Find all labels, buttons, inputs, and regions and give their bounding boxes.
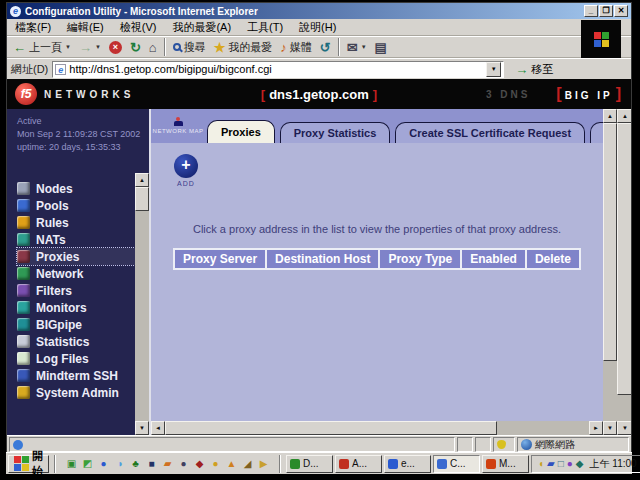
sidebar-item[interactable]: Log Files bbox=[17, 350, 135, 367]
sidebar-scrollbar[interactable]: ▲ ▼ bbox=[135, 173, 149, 435]
start-button[interactable]: 開始 bbox=[8, 455, 49, 473]
ie-icon: e bbox=[10, 6, 21, 17]
scroll-up-icon[interactable]: ▲ bbox=[603, 109, 617, 123]
tray-icon[interactable]: ◖ bbox=[538, 458, 544, 469]
quick-launch-icon[interactable]: ▣ bbox=[64, 456, 79, 471]
sidebar-item[interactable]: Mindterm SSH bbox=[17, 367, 135, 384]
sidebar-item[interactable]: Rules bbox=[17, 214, 135, 231]
quick-launch-icon[interactable]: ▲ bbox=[224, 456, 239, 471]
frame-vertical-scrollbar[interactable]: ▲ ▼ bbox=[603, 109, 617, 435]
scroll-left-icon[interactable]: ◄ bbox=[151, 421, 165, 435]
windows-logo-throbber bbox=[581, 20, 621, 58]
horizontal-scrollbar[interactable]: ◄ ► bbox=[151, 421, 603, 435]
status-message-pane bbox=[9, 437, 455, 452]
tray-icon[interactable]: ▰ bbox=[547, 458, 555, 469]
sidebar-item[interactable]: Nodes bbox=[17, 180, 135, 197]
sidebar-item[interactable]: Network bbox=[17, 265, 135, 282]
address-label: 網址(D) bbox=[11, 62, 48, 77]
task-button[interactable]: C... bbox=[433, 455, 480, 473]
forward-button[interactable]: →▼ bbox=[75, 37, 105, 57]
back-button[interactable]: ← 上一頁▼ bbox=[9, 37, 75, 57]
product-bigip-label[interactable]: [BIG IP] bbox=[556, 85, 621, 103]
product-3dns-label[interactable]: 3 DNS bbox=[486, 89, 530, 100]
tray-icon[interactable]: ◆ bbox=[576, 458, 584, 469]
task-button[interactable]: e... bbox=[384, 455, 431, 473]
sidebar-item-icon bbox=[17, 250, 30, 263]
menu-item[interactable]: 編輯(E) bbox=[59, 20, 112, 35]
page-icon: e bbox=[55, 64, 66, 75]
stop-button[interactable]: × bbox=[105, 37, 126, 57]
scroll-thumb[interactable] bbox=[165, 421, 497, 435]
menu-item[interactable]: 工具(T) bbox=[239, 20, 291, 35]
address-input[interactable] bbox=[69, 63, 483, 75]
quick-launch-icon[interactable]: ◆ bbox=[192, 456, 207, 471]
sidebar-item[interactable]: BIGpipe bbox=[17, 316, 135, 333]
history-button[interactable]: ↺ bbox=[316, 37, 335, 57]
network-map-button[interactable]: NETWORK MAP bbox=[155, 111, 201, 140]
system-uptime: uptime: 20 days, 15:35:33 bbox=[17, 141, 149, 154]
mail-button[interactable]: ✉▼ bbox=[343, 37, 371, 57]
scroll-down-icon[interactable]: ▼ bbox=[135, 421, 149, 435]
sidebar-item[interactable]: NATs bbox=[17, 231, 135, 248]
tray-icon[interactable]: ● bbox=[567, 458, 573, 469]
task-button[interactable]: A... bbox=[335, 455, 382, 473]
print-button[interactable]: ▤ bbox=[371, 37, 391, 57]
add-proxy-button[interactable]: + ADD bbox=[171, 154, 201, 187]
sidebar-item[interactable]: Pools bbox=[17, 197, 135, 214]
minimize-button[interactable]: _ bbox=[584, 5, 598, 17]
quick-launch-icon[interactable]: ▶ bbox=[256, 456, 271, 471]
menu-item[interactable]: 檔案(F) bbox=[7, 20, 59, 35]
tab[interactable]: Proxies bbox=[207, 120, 275, 143]
scroll-down-icon[interactable]: ▼ bbox=[617, 421, 631, 435]
task-button[interactable]: M... bbox=[482, 455, 529, 473]
task-icon bbox=[388, 459, 398, 469]
quick-launch-icon[interactable]: ◢ bbox=[240, 456, 255, 471]
tray-icon[interactable]: □ bbox=[558, 458, 564, 469]
titlebar: e Configuration Utility - Microsoft Inte… bbox=[7, 3, 631, 19]
tab[interactable]: Create SSL Certificate Request bbox=[395, 122, 585, 143]
windows-flag-icon bbox=[594, 32, 609, 47]
menu-item[interactable]: 說明(H) bbox=[291, 20, 344, 35]
sidebar-item-icon bbox=[17, 318, 30, 331]
quick-launch-icon[interactable]: ● bbox=[176, 456, 191, 471]
network-map-icon bbox=[174, 117, 183, 126]
tab[interactable]: Proxy Statistics bbox=[280, 122, 391, 143]
scroll-thumb[interactable] bbox=[135, 187, 149, 211]
maximize-button[interactable]: ❐ bbox=[599, 5, 613, 17]
menu-item[interactable]: 檢視(V) bbox=[112, 20, 165, 35]
scroll-up-icon[interactable]: ▲ bbox=[135, 173, 149, 187]
scroll-thumb[interactable] bbox=[617, 123, 631, 395]
tabstrip: NETWORK MAP ProxiesProxy StatisticsCreat… bbox=[151, 109, 603, 143]
scroll-down-icon[interactable]: ▼ bbox=[603, 421, 617, 435]
favorites-button[interactable]: ★ 我的最愛 bbox=[210, 37, 277, 57]
sidebar-item[interactable]: Filters bbox=[17, 282, 135, 299]
quick-launch-icon[interactable]: ● bbox=[96, 456, 111, 471]
start-windows-flag-icon bbox=[14, 456, 29, 471]
quick-launch-icon[interactable]: ◩ bbox=[80, 456, 95, 471]
quick-launch-icon[interactable]: ▰ bbox=[160, 456, 175, 471]
sidebar-item[interactable]: System Admin bbox=[17, 384, 135, 401]
search-button[interactable]: 搜尋 bbox=[169, 37, 210, 57]
internet-globe-icon bbox=[521, 439, 532, 450]
refresh-button[interactable]: ↻ bbox=[126, 37, 145, 57]
task-button[interactable]: D... bbox=[286, 455, 333, 473]
window-vertical-scrollbar[interactable]: ▲ ▼ bbox=[617, 109, 631, 435]
scroll-thumb[interactable] bbox=[603, 123, 617, 361]
sidebar-item[interactable]: Statistics bbox=[17, 333, 135, 350]
quick-launch-icon[interactable]: ● bbox=[208, 456, 223, 471]
sidebar-item-label: Proxies bbox=[36, 250, 79, 264]
quick-launch-icon[interactable]: ◑ bbox=[112, 456, 127, 471]
media-button[interactable]: ♪ 媒體 bbox=[276, 37, 316, 57]
menu-item[interactable]: 我的最愛(A) bbox=[164, 20, 239, 35]
quick-launch-icon[interactable]: ■ bbox=[144, 456, 159, 471]
scroll-right-icon[interactable]: ► bbox=[589, 421, 603, 435]
go-button[interactable]: → 移至 bbox=[510, 60, 558, 79]
sidebar-item[interactable]: Monitors bbox=[17, 299, 135, 316]
sidebar-item[interactable]: Proxies bbox=[17, 248, 135, 265]
close-button[interactable]: ✕ bbox=[614, 5, 628, 17]
home-button[interactable]: ⌂ bbox=[145, 37, 161, 57]
scroll-up-icon[interactable]: ▲ bbox=[617, 109, 631, 123]
tab[interactable]: Install SSL Certificate bbox=[590, 122, 603, 143]
quick-launch-icon[interactable]: ♣ bbox=[128, 456, 143, 471]
address-dropdown-button[interactable]: ▼ bbox=[486, 62, 501, 77]
